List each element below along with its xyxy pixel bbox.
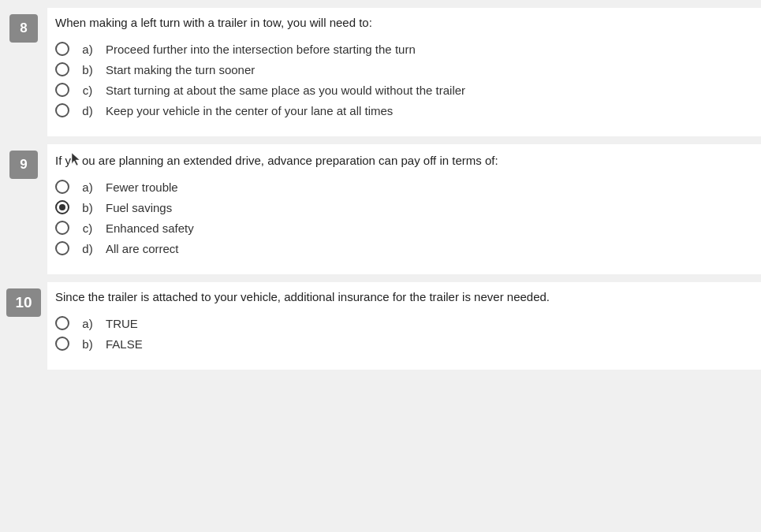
question-text-q10: Since the trailer is attached to your ve… [55, 288, 745, 305]
question-content-q9: If you are planning an extended drive, a… [47, 144, 761, 274]
option-label-q10-1: b) [77, 337, 98, 351]
radio-q9-2[interactable] [55, 221, 69, 235]
page-wrapper: 8When making a left turn with a trailer … [0, 0, 761, 385]
svg-marker-0 [72, 153, 80, 166]
option-label-q9-0: a) [77, 180, 98, 194]
option-text-q8-1: Start making the turn sooner [106, 63, 255, 76]
option-text-q10-0: TRUE [106, 317, 138, 330]
options-list-q9: a)Fewer troubleb)Fuel savingsc)Enhanced … [55, 180, 745, 255]
option-text-q9-1: Fuel savings [106, 201, 172, 214]
radio-q10-0[interactable] [55, 316, 69, 330]
options-list-q8: a)Proceed further into the intersection … [55, 42, 745, 117]
option-item-q8-3[interactable]: d)Keep your vehicle in the center of you… [55, 103, 745, 117]
option-text-q10-1: FALSE [106, 337, 143, 351]
option-label-q8-2: c) [77, 84, 98, 97]
option-item-q10-1[interactable]: b)FALSE [55, 337, 745, 351]
question-number-col-q8: 8 [0, 8, 47, 136]
option-label-q8-3: d) [77, 104, 98, 117]
radio-q10-1[interactable] [55, 337, 69, 351]
option-text-q9-2: Enhanced safety [106, 221, 194, 235]
question-text-q8: When making a left turn with a trailer i… [55, 14, 745, 31]
option-item-q8-1[interactable]: b)Start making the turn sooner [55, 62, 745, 76]
radio-q9-0[interactable] [55, 180, 69, 194]
option-item-q9-0[interactable]: a)Fewer trouble [55, 180, 745, 194]
option-label-q9-3: d) [77, 242, 98, 255]
radio-q9-1[interactable] [55, 200, 69, 214]
option-text-q9-0: Fewer trouble [106, 180, 178, 194]
option-text-q8-2: Start turning at about the same place as… [106, 84, 465, 97]
option-text-q8-3: Keep your vehicle in the center of your … [106, 104, 393, 117]
option-text-q9-3: All are correct [106, 242, 179, 255]
question-number-q8: 8 [9, 14, 38, 43]
option-label-q9-2: c) [77, 221, 98, 235]
option-item-q8-2[interactable]: c)Start turning at about the same place … [55, 83, 745, 97]
radio-q9-3[interactable] [55, 241, 69, 255]
radio-q8-3[interactable] [55, 103, 69, 117]
option-item-q8-0[interactable]: a)Proceed further into the intersection … [55, 42, 745, 56]
option-item-q9-2[interactable]: c)Enhanced safety [55, 221, 745, 235]
radio-q8-1[interactable] [55, 62, 69, 76]
question-number-col-q10: 10 [0, 282, 47, 370]
options-list-q10: a)TRUEb)FALSE [55, 316, 745, 351]
question-number-q10: 10 [6, 288, 41, 317]
question-block-q10: 10Since the trailer is attached to your … [0, 282, 761, 370]
radio-q8-2[interactable] [55, 83, 69, 97]
option-item-q9-1[interactable]: b)Fuel savings [55, 200, 745, 214]
question-text-q9: If you are planning an extended drive, a… [55, 151, 745, 169]
question-number-q9: 9 [9, 151, 38, 179]
option-item-q9-3[interactable]: d)All are correct [55, 241, 745, 255]
question-content-q8: When making a left turn with a trailer i… [47, 8, 761, 136]
question-content-q10: Since the trailer is attached to your ve… [47, 282, 761, 370]
option-item-q10-0[interactable]: a)TRUE [55, 316, 745, 330]
option-label-q8-0: a) [77, 43, 98, 56]
question-block-q8: 8When making a left turn with a trailer … [0, 8, 761, 136]
option-label-q10-0: a) [77, 317, 98, 330]
option-label-q9-1: b) [77, 201, 98, 214]
question-number-col-q9: 9 [0, 144, 47, 274]
option-text-q8-0: Proceed further into the intersection be… [106, 43, 416, 56]
radio-q8-0[interactable] [55, 42, 69, 56]
question-block-q9: 9If you are planning an extended drive, … [0, 144, 761, 274]
option-label-q8-1: b) [77, 63, 98, 76]
